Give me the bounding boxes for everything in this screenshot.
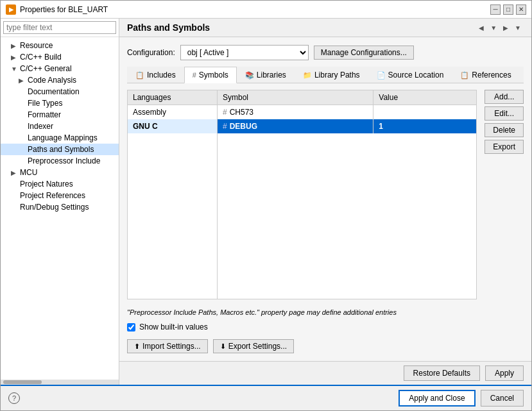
show-builtin-checkbox[interactable] (127, 323, 135, 331)
expand-icon (19, 158, 25, 165)
sidebar-item-cpp-general[interactable]: ▼ C/C++ General (1, 63, 119, 74)
library-paths-tab-icon: 📁 (303, 71, 312, 80)
nav-arrows: ◀ ▼ ▶ ▼ (476, 23, 524, 33)
sidebar-item-preprocessor-include[interactable]: Preprocessor Include (1, 155, 119, 167)
title-bar-left: ▶ Properties for BLE_UART (6, 4, 108, 15)
tabs: 📋 Includes # Symbols 📚 Libraries 📁 Libra… (127, 67, 524, 83)
properties-window: ▶ Properties for BLE_UART ─ □ ✕ ▶ Resour… (0, 0, 532, 411)
config-label: Configuration: (127, 48, 175, 57)
scrollbar-thumb (3, 380, 42, 384)
sidebar-item-language-mappings[interactable]: Language Mappings (1, 132, 119, 144)
tab-library-paths-label: Library Paths (314, 71, 360, 80)
tab-libraries-label: Libraries (257, 71, 286, 80)
filter-box (1, 19, 119, 37)
minimize-button[interactable]: ─ (490, 4, 501, 15)
expand-icon (19, 112, 25, 119)
export-settings-button[interactable]: ⬇ Export Settings... (213, 339, 294, 353)
export-icon: ⬇ (220, 342, 226, 351)
tab-source-location[interactable]: 📄 Source Location (368, 67, 452, 83)
tab-includes[interactable]: 📋 Includes (127, 67, 184, 83)
bottom-bar: Restore Defaults Apply (119, 361, 531, 385)
expand-icon (11, 204, 17, 211)
includes-tab-icon: 📋 (135, 71, 144, 80)
delete-button[interactable]: Delete (485, 123, 524, 137)
list-item[interactable]: GNU C (128, 119, 217, 133)
add-button[interactable]: Add... (485, 90, 524, 104)
symbols-table: Languages Symbol Value Assembly GNU C (127, 90, 477, 299)
settings-row: ⬆ Import Settings... ⬇ Export Settings..… (127, 339, 524, 353)
list-item[interactable]: Assembly (128, 105, 217, 119)
edit-button[interactable]: Edit... (485, 106, 524, 121)
sidebar-item-project-references[interactable]: Project References (1, 190, 119, 201)
apply-button[interactable]: Apply (485, 365, 524, 381)
tab-references-label: References (472, 71, 511, 80)
symbol-name: CH573 (230, 108, 253, 117)
sidebar-item-paths-and-symbols[interactable]: Paths and Symbols (1, 144, 119, 155)
tab-symbols-label: Symbols (199, 71, 228, 80)
nav-forward-button[interactable]: ▶ (501, 23, 511, 33)
references-tab-icon: 📋 (460, 71, 469, 80)
symbol-cell: # DEBUG (218, 119, 373, 133)
sidebar-item-documentation[interactable]: Documentation (1, 86, 119, 97)
expand-icon (19, 123, 25, 130)
expand-icon: ▶ (11, 42, 17, 49)
tab-library-paths[interactable]: 📁 Library Paths (295, 67, 368, 83)
maximize-button[interactable]: □ (503, 4, 513, 15)
main-content: ▶ Resource ▶ C/C++ Build ▼ C/C++ General… (1, 19, 531, 385)
table-body: Assembly GNU C # CH573 (128, 105, 476, 299)
config-row: Configuration: obj [ Active ] Manage Con… (127, 45, 524, 60)
col-value-header: Value (373, 90, 476, 105)
tab-symbols[interactable]: # Symbols (184, 67, 237, 83)
symbols-tab-icon: # (193, 71, 196, 79)
right-header: Paths and Symbols ◀ ▼ ▶ ▼ (119, 19, 531, 37)
sidebar-item-project-natures[interactable]: Project Natures (1, 178, 119, 190)
sidebar-item-resource[interactable]: ▶ Resource (1, 40, 119, 51)
restore-defaults-button[interactable]: Restore Defaults (404, 365, 480, 381)
expand-icon: ▶ (19, 77, 25, 84)
import-settings-button[interactable]: ⬆ Import Settings... (127, 339, 208, 353)
table-header: Languages Symbol Value (128, 90, 476, 105)
footer-bar: ? Apply and Close Cancel (1, 385, 531, 410)
nav-back-button[interactable]: ◀ (476, 23, 486, 33)
sidebar-item-mcu[interactable]: ▶ MCU (1, 167, 119, 178)
tab-includes-label: Includes (147, 71, 176, 80)
symbol-name: DEBUG (230, 122, 257, 131)
sidebar-item-formatter[interactable]: Formatter (1, 109, 119, 121)
app-icon: ▶ (6, 4, 16, 15)
sidebar-item-file-types[interactable]: File Types (1, 97, 119, 109)
expand-icon (11, 181, 17, 188)
sidebar-item-code-analysis[interactable]: ▶ Code Analysis (1, 74, 119, 86)
nav-dropdown2-button[interactable]: ▼ (512, 23, 524, 33)
source-location-tab-icon: 📄 (377, 71, 386, 80)
help-button[interactable]: ? (8, 392, 20, 404)
table-row[interactable]: # CH573 (218, 105, 476, 119)
right-body: Configuration: obj [ Active ] Manage Con… (119, 37, 531, 361)
tab-references[interactable]: 📋 References (452, 67, 519, 83)
expand-icon: ▶ (11, 169, 17, 176)
config-select[interactable]: obj [ Active ] (180, 45, 309, 60)
table-row[interactable]: # DEBUG 1 (218, 119, 476, 133)
search-input[interactable] (3, 21, 116, 34)
cancel-button[interactable]: Cancel (481, 390, 524, 407)
value-cell (373, 105, 476, 119)
value-cell: 1 (373, 119, 476, 133)
show-builtin-row: Show built-in values (127, 323, 524, 331)
symbol-cell: # CH573 (218, 105, 373, 119)
show-builtin-label: Show built-in values (139, 323, 208, 331)
close-button[interactable]: ✕ (516, 4, 526, 15)
apply-and-close-button[interactable]: Apply and Close (399, 390, 475, 407)
expand-icon: ▼ (11, 65, 17, 72)
nav-dropdown-button[interactable]: ▼ (488, 23, 499, 33)
col-symbol-header: Symbol (218, 90, 373, 105)
export-button[interactable]: Export (485, 140, 524, 154)
tab-source-location-label: Source Location (388, 71, 444, 80)
manage-configurations-button[interactable]: Manage Configurations... (314, 46, 414, 60)
sidebar-item-cpp-build[interactable]: ▶ C/C++ Build (1, 51, 119, 63)
left-scrollbar[interactable] (1, 380, 119, 385)
expand-icon: ▶ (11, 54, 17, 61)
sidebar-item-indexer[interactable]: Indexer (1, 121, 119, 132)
tab-libraries[interactable]: 📚 Libraries (237, 67, 295, 83)
hash-icon: # (223, 122, 227, 131)
sidebar-item-run-debug[interactable]: Run/Debug Settings (1, 201, 119, 213)
info-text: "Preprocessor Include Paths, Macros etc.… (127, 308, 524, 316)
